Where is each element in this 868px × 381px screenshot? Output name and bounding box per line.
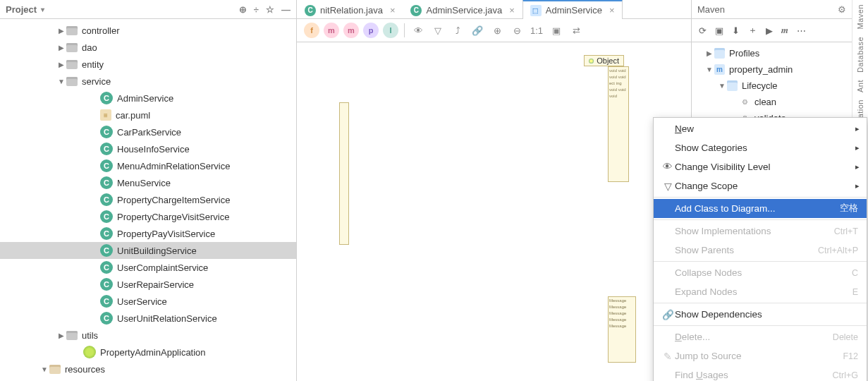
menu-item[interactable]: Show Categories (654, 138, 867, 157)
class-icon: C (100, 126, 113, 138)
tree-node[interactable]: ▶CUnitBuildingService (0, 242, 296, 259)
maven-tree-node[interactable]: ▼mproperty_admin (692, 61, 868, 78)
diagram-object-node[interactable]: Object (584, 55, 624, 66)
maven-tree-node[interactable]: ▶Profiles (692, 45, 868, 61)
tree-node[interactable]: ▶CUserRepairService (0, 276, 296, 293)
project-header-icon[interactable]: ⊕ (239, 4, 247, 15)
editor-area: CnitRelation.java×CAdminService.java×⬚Ad… (297, 0, 692, 381)
side-tab[interactable]: Database (856, 37, 864, 73)
menu-item[interactable]: ▽Change Scope (654, 176, 867, 195)
toolbar-filter-p[interactable]: p (363, 23, 379, 38)
tree-node[interactable]: ▶CPropertyPayVisitService (0, 225, 296, 242)
tree-node[interactable]: ▶utils (0, 327, 296, 344)
menu-item[interactable]: 👁Change Visibility Level (654, 157, 867, 176)
folder-icon (727, 80, 738, 91)
toolbar-filter-I[interactable]: I (383, 23, 398, 38)
tree-node[interactable]: ▶CPropertyChargeItemService (0, 191, 296, 208)
maven-toolbar-icon[interactable]: ▶ (766, 25, 773, 36)
menu-item[interactable]: New (654, 119, 867, 138)
maven-node-label: property_admin (729, 64, 793, 75)
side-tab[interactable]: Ant (856, 80, 864, 92)
tree-node[interactable]: ▶dao (0, 39, 296, 56)
toolbar-icon[interactable]: ⊕ (489, 23, 505, 38)
project-header-icon[interactable]: ☆ (266, 4, 274, 15)
tree-node[interactable]: ▶CMenuAdminRelationService (0, 157, 296, 174)
expand-arrow-icon[interactable]: ▼ (56, 78, 66, 85)
editor-tab[interactable]: CnitRelation.java× (297, 1, 403, 19)
tree-node[interactable]: ▶CMenuService (0, 174, 296, 191)
tree-node[interactable]: ▶PropertyAdminApplication (0, 344, 296, 361)
class-icon: C (100, 193, 113, 206)
tree-node-label: dao (82, 42, 97, 53)
menu-item[interactable]: 🔗Show Dependencies (654, 305, 867, 324)
diagram-canvas[interactable]: Object void void void void ect ing void … (297, 42, 691, 381)
menu-separator (654, 303, 867, 303)
class-icon: C (100, 278, 113, 291)
maven-toolbar-icon[interactable]: 𝒎 (781, 25, 788, 36)
diagram-fragment-right-a[interactable]: void void void void ect ing void void vo… (608, 66, 629, 182)
maven-header-icon[interactable]: ⚙ (838, 4, 846, 15)
toolbar-filter-m[interactable]: m (343, 23, 359, 38)
tree-node[interactable]: ▼resources (0, 361, 296, 377)
maven-toolbar-icon[interactable]: ⟳ (699, 25, 707, 36)
close-icon[interactable]: × (390, 5, 396, 16)
tree-node[interactable]: ▶controller (0, 22, 296, 39)
toolbar-icon[interactable]: 🔗 (470, 23, 485, 38)
toolbar-icon[interactable]: ⤴ (450, 23, 465, 38)
diagram-fragment-left[interactable] (339, 102, 349, 245)
tree-node[interactable]: ▶CAdminService (0, 90, 296, 107)
expand-arrow-icon[interactable]: ▶ (56, 44, 66, 52)
menu-item-label: Show Dependencies (675, 309, 858, 320)
toolbar-icon[interactable]: ⇄ (568, 23, 584, 38)
dropdown-icon[interactable]: ▾ (41, 6, 44, 13)
menu-separator (654, 325, 867, 326)
tree-node[interactable]: ▶CCarParkService (0, 123, 296, 140)
tree-node[interactable]: ▶entity (0, 56, 296, 73)
tree-node[interactable]: ▶CPropertyChargeVisitService (0, 208, 296, 225)
menu-item[interactable]: Add Class to Diagram...空格 (654, 199, 867, 218)
expand-arrow-icon[interactable]: ▶ (56, 332, 66, 339)
toolbar-filter-m[interactable]: m (324, 23, 339, 38)
maven-toolbar-icon[interactable]: ＋ (748, 24, 757, 37)
tree-node[interactable]: ▶CUserComplaintService (0, 259, 296, 276)
tree-node-label: MenuAdminRelationService (117, 161, 230, 171)
expand-arrow-icon[interactable]: ▼ (717, 82, 727, 90)
editor-tab[interactable]: ⬚AdminService× (522, 0, 623, 19)
maven-toolbar-icon[interactable]: ⬇ (732, 25, 740, 36)
side-tab[interactable]: Maven (856, 4, 864, 30)
expand-arrow-icon[interactable]: ▼ (704, 66, 714, 73)
toolbar-icon[interactable]: ▽ (430, 23, 446, 38)
toolbar-icon[interactable]: ⊖ (509, 23, 525, 38)
menu-item: Find UsagesCtrl+G (654, 365, 867, 381)
expand-arrow-icon[interactable]: ▶ (56, 61, 66, 68)
tree-node-label: UserUnitRelationService (117, 313, 217, 324)
editor-tab[interactable]: CAdminService.java× (403, 1, 522, 19)
menu-item-label: Show Categories (675, 143, 858, 153)
maven-toolbar-icon[interactable]: ▣ (715, 25, 723, 36)
close-icon[interactable]: × (509, 5, 515, 16)
expand-arrow-icon[interactable]: ▼ (39, 365, 49, 373)
toolbar-filter-f[interactable]: f (304, 23, 319, 38)
project-header-icon[interactable]: ÷ (254, 4, 259, 15)
maven-tree-node[interactable]: ▶⚙clean (692, 94, 868, 110)
maven-tree-node[interactable]: ▼Lifecycle (692, 78, 868, 94)
menu-item-label: Change Scope (675, 181, 858, 191)
maven-toolbar-icon[interactable]: ⋯ (797, 25, 806, 36)
toolbar-icon[interactable]: 👁 (410, 23, 426, 38)
expand-arrow-icon[interactable]: ▶ (56, 27, 66, 35)
tree-node-label: PropertyPayVisitService (117, 229, 215, 239)
project-header-icon[interactable]: — (281, 4, 291, 15)
diagram-fragment-right-b[interactable]: Message Message Message Message Message (608, 296, 636, 363)
close-icon[interactable]: × (609, 5, 615, 16)
tree-node[interactable]: ▶CUserUnitRelationService (0, 310, 296, 327)
menu-item: ✎Jump to SourceF12 (654, 346, 867, 365)
toolbar-icon[interactable]: ▣ (549, 23, 564, 38)
project-tree[interactable]: ▶controller▶dao▶entity▼service▶CAdminSer… (0, 19, 296, 381)
tree-node[interactable]: ▶CHouseInfoService (0, 140, 296, 157)
expand-arrow-icon[interactable]: ▶ (704, 49, 714, 57)
tree-node[interactable]: ▶CUserService (0, 293, 296, 310)
tree-node[interactable]: ▼service (0, 73, 296, 90)
toolbar-icon[interactable]: 1:1 (529, 23, 544, 38)
class-icon: C (100, 143, 113, 155)
tree-node[interactable]: ▶≡car.puml (0, 107, 296, 123)
